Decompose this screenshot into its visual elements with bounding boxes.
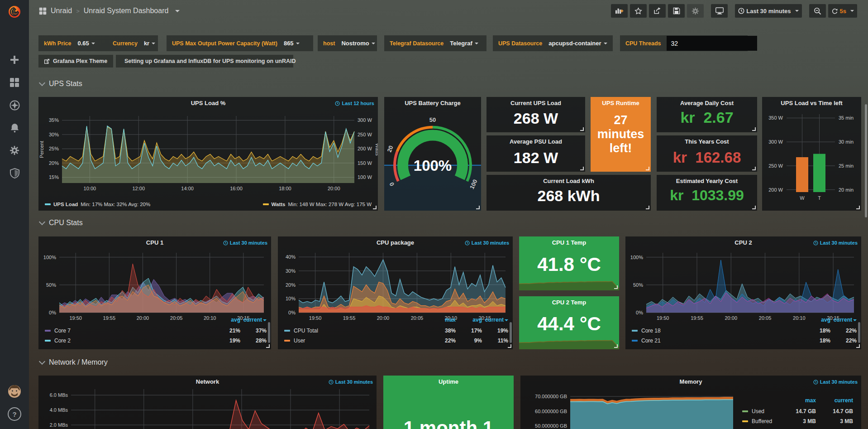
variable-kwh-price[interactable]: kWh Price 0.65 (38, 35, 107, 51)
legend-col-max[interactable]: max (429, 317, 456, 326)
sidebar-item-explore[interactable] (0, 94, 29, 116)
legend-col-current[interactable]: current (830, 317, 857, 326)
legend-series[interactable]: Core 21 (632, 337, 804, 344)
section-ups-stats[interactable]: UPS Stats (40, 80, 82, 88)
variable-telegraf-datasource[interactable]: Telegraf Datasource Telegraf (384, 35, 486, 51)
legend-series[interactable]: CPU Total (284, 328, 429, 334)
legend-col-current[interactable]: current (240, 317, 267, 326)
time-range-badge[interactable]: Last 30 minutes (813, 379, 858, 385)
legend-series[interactable]: Used (742, 408, 781, 415)
sidebar-item-configuration[interactable] (0, 139, 29, 162)
time-range-badge[interactable]: Last 30 minutes (223, 240, 267, 246)
panel-title[interactable]: UPS Load % (38, 100, 378, 106)
panel-title[interactable]: Current UPS Load (486, 100, 585, 106)
legend-scrollbar[interactable] (268, 322, 270, 343)
breadcrumb-app[interactable]: Unraid (51, 7, 72, 15)
refresh-picker[interactable]: 5s (828, 4, 857, 18)
legend-col-max[interactable]: max (781, 397, 816, 406)
legend-scrollbar[interactable] (858, 322, 860, 343)
variable-host[interactable]: host Nostromo (318, 35, 377, 51)
legend-col-avg[interactable]: avg (804, 317, 830, 326)
variable-ups-datasource[interactable]: UPS Datasource apcupsd-container (493, 35, 613, 51)
breadcrumb-page-title[interactable]: Unraid System Dashboard (84, 7, 169, 15)
sidebar-item-server-admin[interactable] (0, 162, 29, 184)
legend-row: Buffered 3 MB 3 MB (742, 416, 853, 426)
sidebar-item-help[interactable] (0, 403, 29, 425)
grafana-logo[interactable] (0, 0, 29, 24)
legend-col-avg[interactable]: avg (456, 317, 482, 326)
legend-col-current[interactable]: current (482, 317, 508, 326)
stat-value: 182 W (486, 149, 585, 167)
chevron-down-icon (475, 43, 478, 44)
legend-current-value: 22% (830, 328, 857, 334)
variable-ups-max-power[interactable]: UPS Max Output Power Capacity (Watt) 865 (167, 35, 313, 51)
time-range-picker[interactable]: Last 30 minutes (735, 4, 801, 18)
star-button[interactable] (630, 4, 647, 18)
section-network-memory[interactable]: Network / Memory (40, 358, 108, 366)
currency-prefix: kr (673, 149, 687, 166)
panel-title[interactable]: Average Daily Cost (657, 100, 757, 106)
variable-currency[interactable]: Currency kr (107, 35, 158, 51)
user-avatar[interactable] (0, 380, 29, 403)
time-range-badge[interactable]: Last 30 minutes (465, 240, 509, 246)
legend-series-watts[interactable]: Watts Min: 148 W Max: 278 W Avg: 175 W (263, 202, 372, 207)
legend-scrollbar[interactable] (510, 322, 512, 343)
panel-title[interactable]: Memory (520, 378, 861, 385)
network-chart[interactable]: 2.0 MBs4.0 MBs6.0 MBs (38, 389, 377, 429)
legend-series[interactable]: Core 2 (45, 337, 214, 344)
link-label: Grafana Plex Theme (53, 58, 107, 64)
variable-label: UPS Datasource (498, 40, 542, 47)
page-scrollbar[interactable] (865, 104, 867, 217)
panel-title[interactable]: Current Load kWh (486, 178, 651, 184)
panel-title[interactable]: Average PSU Load (486, 138, 585, 145)
dashboard-link-grafana-plex-theme[interactable]: Grafana Plex Theme (38, 55, 113, 67)
panel-title[interactable]: CPU 2 Temp (519, 299, 619, 306)
time-range-badge[interactable]: Last 30 minutes (329, 379, 373, 385)
panel-title[interactable]: CPU 1 Temp (519, 239, 619, 246)
legend-header: max avg current (284, 317, 508, 326)
gear-icon (692, 7, 699, 15)
panel-title[interactable]: Network (38, 378, 377, 385)
sidebar-item-create[interactable] (0, 48, 29, 71)
add-panel-button[interactable] (611, 4, 628, 18)
share-button[interactable] (649, 4, 666, 18)
cpu-package-chart[interactable]: 0%10%20%30%40%19:5019:5520:0020:0520:102… (278, 248, 513, 324)
cpu1-chart[interactable]: 0%50%100%19:5019:5520:0020:0520:1020:15 (38, 248, 271, 324)
legend-row: Core 18 18% 22% (632, 326, 857, 336)
legend-series[interactable]: Buffered (742, 418, 781, 424)
clock-icon (223, 241, 228, 246)
cpu2-chart[interactable]: 0%50%100%19:5019:5520:0020:0520:1020:15 (625, 248, 861, 324)
dashboard-link-ups-monitoring-guide[interactable]: Setting up Grafana and InfluxDB for UPS … (116, 55, 293, 67)
svg-text:200 W: 200 W (358, 146, 372, 151)
sidebar-item-dashboards[interactable] (0, 71, 29, 94)
panel-title[interactable]: UPS Load vs Time left (762, 100, 861, 106)
legend-col-current[interactable]: current (816, 397, 853, 406)
legend-series[interactable]: Core 7 (45, 328, 214, 334)
panel-title[interactable]: Uptime (383, 378, 514, 385)
settings-button[interactable] (687, 4, 704, 18)
time-range-badge[interactable]: Last 30 minutes (813, 240, 858, 246)
legend-series-ups-load[interactable]: UPS Load Min: 17% Max: 32% Avg: 20% (45, 202, 150, 207)
panel-title[interactable]: Estimated Yearly Cost (657, 178, 757, 184)
panel-title[interactable]: This Years Cost (657, 138, 757, 145)
clock-icon (329, 380, 334, 385)
time-range-badge[interactable]: Last 12 hours (335, 101, 374, 106)
sidebar-item-alerting[interactable] (0, 116, 29, 139)
panel-title[interactable]: UPS Runtime (591, 100, 651, 106)
variable-value: 865 (284, 40, 294, 47)
panel-title[interactable]: UPS Battery Charge (384, 100, 481, 106)
cpu-threads-input[interactable] (667, 36, 757, 51)
legend-series[interactable]: Core 18 (632, 328, 804, 334)
legend-series[interactable]: User (284, 337, 429, 344)
cycle-view-mode-button[interactable] (711, 4, 728, 18)
panel-cpu2-temp: CPU 2 Temp 44.4 °C (519, 296, 619, 349)
series-name: Core 7 (54, 328, 71, 334)
legend-max-value: 14.7 GB (781, 408, 816, 415)
legend-col-avg[interactable]: avg (214, 317, 240, 326)
zoom-out-button[interactable] (809, 4, 826, 18)
save-button[interactable] (668, 4, 685, 18)
series-name: Core 18 (641, 328, 661, 334)
section-cpu-stats[interactable]: CPU Stats (40, 219, 83, 227)
ups-load-chart[interactable]: 15%20%25%30%35%100 W150 W200 W250 W300 W… (38, 110, 378, 197)
chevron-down-icon[interactable] (175, 10, 180, 12)
